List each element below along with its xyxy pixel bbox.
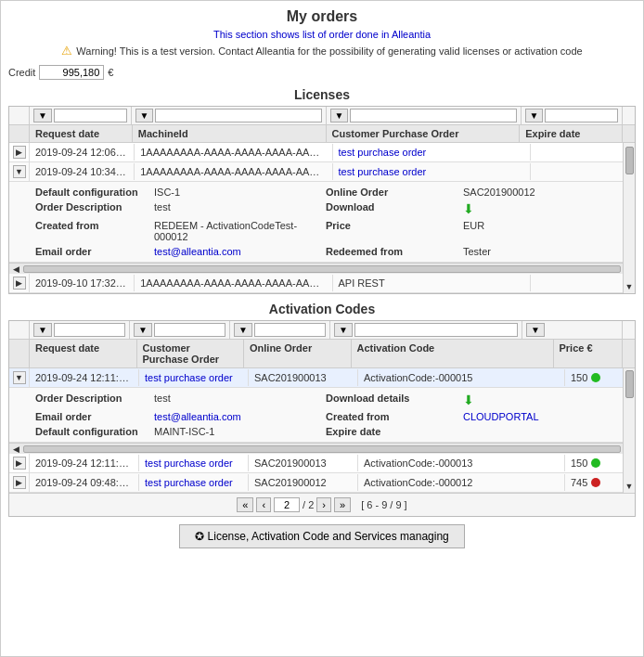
filter-btn-1[interactable]: ▼ bbox=[33, 109, 52, 122]
licenses-table-row-expanded: ▼ 2019-09-24 10:34:08.0 1AAAAAAAA-AAAA-A… bbox=[9, 162, 635, 263]
redeemed-from-value: Tester bbox=[463, 245, 627, 258]
ac-download-icon[interactable]: ⬇ bbox=[463, 392, 627, 408]
row1-request-date: 2019-09-24 12:06:18.0 bbox=[30, 144, 135, 161]
filter-btn-3[interactable]: ▼ bbox=[330, 109, 349, 122]
filter-cell-2: ▼ bbox=[132, 107, 327, 124]
activation-codes-table: ▼ ▼ ▼ ▼ ▼ bbox=[8, 320, 636, 517]
ac-hscroll[interactable]: ◀ ▶ bbox=[9, 443, 635, 454]
pagination-current-page[interactable] bbox=[274, 497, 300, 512]
vscroll-down[interactable]: ▼ bbox=[625, 282, 634, 293]
price-label: Price bbox=[326, 219, 456, 243]
pagination-prev[interactable]: ‹ bbox=[256, 497, 271, 512]
hscroll-bar[interactable] bbox=[23, 265, 621, 273]
filter-input-4[interactable] bbox=[545, 109, 618, 122]
default-config-label: Default configuration bbox=[35, 186, 147, 199]
vscroll-thumb[interactable] bbox=[625, 147, 634, 174]
ac-filter-cell-5: ▼ bbox=[522, 321, 623, 339]
online-order-label: Online Order bbox=[326, 186, 456, 199]
pagination-row: « ‹ / 2 › » [ 6 - 9 / 9 ] bbox=[9, 493, 635, 516]
created-from-label: Created from bbox=[35, 219, 147, 243]
ac-expire-date-label: Expire date bbox=[326, 425, 456, 438]
credit-input[interactable] bbox=[39, 65, 104, 80]
ac-row3-activation-code: ActivationCode:-000012 bbox=[358, 474, 565, 491]
ac-table-row-3: ▶ 2019-09-24 09:48:23.0 test purchase or… bbox=[9, 473, 635, 493]
ac-filter-btn-3[interactable]: ▼ bbox=[234, 323, 252, 337]
subtitle: This section shows list of order done in… bbox=[8, 29, 636, 40]
ac-default-config-label: Default configuration bbox=[35, 425, 147, 438]
ac-filter-row: ▼ ▼ ▼ ▼ ▼ bbox=[9, 321, 635, 340]
expand-btn-row3[interactable]: ▶ bbox=[9, 274, 30, 292]
ac-row2-activation-code: ActivationCode:-000013 bbox=[358, 455, 565, 471]
ac-email-label: Email order bbox=[35, 410, 147, 423]
ac-filter-input-3[interactable] bbox=[254, 323, 326, 337]
status-dot-red bbox=[591, 478, 600, 487]
licenses-col-headers: Request date MachineId Customer Purchase… bbox=[9, 125, 635, 143]
licenses-section-title: Licenses bbox=[8, 87, 636, 102]
lic-hscroll[interactable]: ◀ ▶ bbox=[9, 263, 635, 274]
ac-filter-btn-4[interactable]: ▼ bbox=[334, 323, 353, 337]
lic-col-machine-id: MachineId bbox=[133, 125, 327, 142]
ac-vscroll[interactable]: ▼ bbox=[623, 368, 635, 493]
ac-vscroll-thumb[interactable] bbox=[625, 370, 634, 398]
created-from-value: REDEEM - ActivationCodeTest-000012 bbox=[154, 219, 318, 243]
lic-vscroll[interactable]: ▼ bbox=[623, 143, 635, 293]
ac-expand-btn-1[interactable]: ▼ bbox=[9, 368, 30, 387]
ac-col-purchase-order: Customer Purchase Order bbox=[137, 340, 245, 367]
order-desc-value: test bbox=[154, 200, 318, 217]
expand-btn-row1[interactable]: ▶ bbox=[9, 143, 30, 161]
filter-input-1[interactable] bbox=[54, 109, 127, 122]
status-dot-green-2 bbox=[591, 458, 600, 468]
pagination-first[interactable]: « bbox=[237, 497, 253, 512]
filter-btn-2[interactable]: ▼ bbox=[135, 109, 154, 122]
warning-bar: ⚠ Warning! This is a test version. Conta… bbox=[8, 44, 636, 58]
online-order-value: SAC201900012 bbox=[463, 186, 627, 199]
warning-icon: ⚠ bbox=[61, 44, 72, 58]
ac-filter-input-2[interactable] bbox=[154, 323, 225, 337]
ac-filter-input-1[interactable] bbox=[54, 323, 125, 337]
ac-hscroll-bar[interactable] bbox=[23, 445, 621, 453]
licenses-table-row: ▶ 2019-09-24 12:06:18.0 1AAAAAAAA-AAAA-A… bbox=[9, 143, 635, 162]
activation-codes-section-title: Activation Codes bbox=[8, 302, 636, 316]
ac-vscroll-down[interactable]: ▼ bbox=[625, 482, 634, 493]
filter-cell-1: ▼ bbox=[30, 107, 132, 124]
ac-order-desc-label: Order Description bbox=[35, 392, 147, 408]
expand-btn-row2[interactable]: ▼ bbox=[9, 162, 30, 181]
credit-row: Credit € bbox=[8, 65, 636, 80]
licenses-table: ▼ ▼ ▼ ▼ Request bbox=[8, 106, 636, 294]
ac-expire-date-value bbox=[463, 425, 627, 438]
row1-purchase-order: test purchase order bbox=[333, 144, 531, 161]
lic-col-expire-date: Expire date bbox=[520, 125, 623, 142]
ac-filter-input-4[interactable] bbox=[354, 323, 518, 337]
download-icon[interactable]: ⬇ bbox=[463, 200, 627, 217]
ac-table-row-1: ▼ 2019-09-24 12:11:25.0 test purchase or… bbox=[9, 368, 635, 443]
manage-button[interactable]: ✪ License, Activation Code and Services … bbox=[179, 524, 465, 548]
row3-request-date: 2019-09-10 17:32:01.0 bbox=[30, 275, 135, 291]
pagination-next[interactable]: › bbox=[316, 497, 331, 512]
ac-filter-btn-5[interactable]: ▼ bbox=[526, 323, 545, 337]
ac-filter-cell-2: ▼ bbox=[130, 321, 230, 339]
ac-row1-online-order: SAC201900013 bbox=[249, 369, 358, 386]
row2-machine-id: 1AAAAAAAA-AAAA-AAAA-AAAA-AAAAAAAAAAA6 bbox=[135, 163, 332, 180]
ac-email-value[interactable]: test@alleantia.com bbox=[154, 410, 318, 423]
ac-download-label: Download details bbox=[326, 392, 456, 408]
ac-col-headers: Request date Customer Purchase Order Onl… bbox=[9, 340, 635, 368]
filter-input-2[interactable] bbox=[155, 109, 321, 122]
hscroll-left[interactable]: ◀ bbox=[11, 264, 21, 274]
warning-text: Warning! This is a test version. Contact… bbox=[76, 45, 582, 57]
filter-input-3[interactable] bbox=[350, 109, 516, 122]
ac-expand-btn-2[interactable]: ▶ bbox=[9, 454, 30, 472]
ac-hscroll-left[interactable]: ◀ bbox=[11, 444, 21, 454]
order-desc-label: Order Description bbox=[35, 200, 147, 217]
ac-filter-btn-2[interactable]: ▼ bbox=[134, 323, 152, 337]
download-label: Download bbox=[326, 200, 456, 217]
ac-table-row-2: ▶ 2019-09-24 12:11:25.0 test purchase or… bbox=[9, 454, 635, 473]
row2-expire-date bbox=[531, 169, 635, 174]
email-order-value[interactable]: test@alleantia.com bbox=[154, 245, 318, 258]
ac-order-desc-value: test bbox=[154, 392, 318, 408]
ac-expand-btn-3[interactable]: ▶ bbox=[9, 473, 30, 492]
ac-filter-btn-1[interactable]: ▼ bbox=[33, 323, 52, 337]
pagination-last[interactable]: » bbox=[334, 497, 351, 512]
ac-row1-expanded-details: Order Description test Download details … bbox=[9, 387, 635, 442]
filter-btn-4[interactable]: ▼ bbox=[525, 109, 544, 122]
ac-row2-purchase-order: test purchase order bbox=[139, 455, 249, 471]
